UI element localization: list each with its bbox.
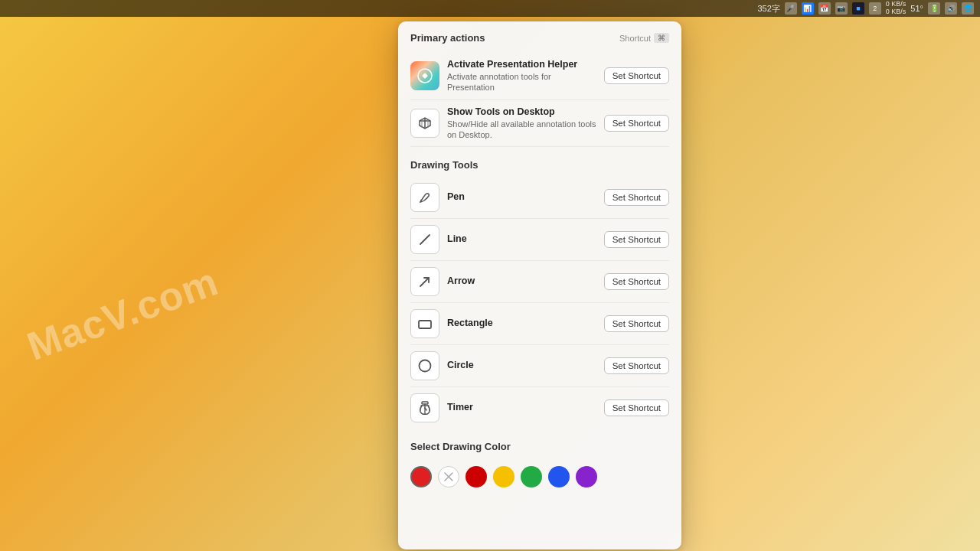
color-red[interactable] xyxy=(410,466,432,487)
primary-section-header: Primary actions Shortcut ⌘ xyxy=(410,32,669,44)
menubar-icon-battery[interactable]: 🔋 xyxy=(928,2,940,15)
color-section-header: Select Drawing Color xyxy=(410,441,669,452)
menubar-text: 352字 xyxy=(757,3,779,15)
set-shortcut-presentation-btn[interactable]: Set Shortcut xyxy=(604,67,669,84)
menubar-temp: 51° xyxy=(910,4,923,13)
show-tools-info: Show Tools on Desktop Show/Hide all avai… xyxy=(447,106,596,141)
action-row-arrow: Arrow Set Shortcut xyxy=(410,261,669,303)
arrow-name: Arrow xyxy=(447,276,596,286)
arrow-info: Arrow xyxy=(447,276,596,288)
menubar-icon-wifi[interactable]: 2 xyxy=(869,2,881,15)
line-name: Line xyxy=(447,233,596,244)
color-blue[interactable] xyxy=(548,466,570,487)
menubar-icon-bar[interactable]: 📊 xyxy=(802,2,814,15)
shortcut-badge: ⌘ xyxy=(654,33,669,43)
action-row-pen: Pen Set Shortcut xyxy=(410,177,669,219)
svg-line-5 xyxy=(420,278,429,286)
timer-info: Timer xyxy=(447,402,596,414)
set-shortcut-line-btn[interactable]: Set Shortcut xyxy=(604,231,669,248)
timer-name: Timer xyxy=(447,402,596,412)
shortcuts-panel: Primary actions Shortcut ⌘ Activate Pres… xyxy=(398,21,681,549)
drawing-tools-section: Drawing Tools Pen Set Shortcut xyxy=(410,159,669,429)
menubar-icon-mic[interactable]: 🎤 xyxy=(785,2,797,15)
menubar-icon-sound[interactable]: 🔊 xyxy=(945,2,957,15)
svg-line-4 xyxy=(420,235,430,244)
rectangle-info: Rectangle xyxy=(447,318,596,330)
svg-point-7 xyxy=(420,360,431,372)
presentation-helper-desc: Activate annotation tools for Presentati… xyxy=(447,71,596,93)
menubar-icon-calendar[interactable]: 📅 xyxy=(818,2,831,15)
action-row-show-tools: Show Tools on Desktop Show/Hide all avai… xyxy=(410,100,669,148)
color-yellow[interactable] xyxy=(493,466,514,487)
show-tools-icon xyxy=(410,109,439,138)
action-row-presentation: Activate Presentation Helper Activate an… xyxy=(410,53,669,100)
drawing-section-title: Drawing Tools xyxy=(410,159,479,171)
watermark: MacV.com xyxy=(21,258,224,369)
action-row-line: Line Set Shortcut xyxy=(410,219,669,261)
set-shortcut-show-tools-btn[interactable]: Set Shortcut xyxy=(604,115,669,132)
action-row-rectangle: Rectangle Set Shortcut xyxy=(410,303,669,345)
menubar-icon-globe[interactable]: 🌐 xyxy=(962,2,974,15)
primary-section-title: Primary actions xyxy=(410,32,485,44)
pen-name: Pen xyxy=(447,191,596,202)
drawing-section-header: Drawing Tools xyxy=(410,159,669,171)
color-green[interactable] xyxy=(521,466,542,487)
menubar-icon-camera[interactable]: 📷 xyxy=(835,2,848,15)
rectangle-name: Rectangle xyxy=(447,318,596,328)
pen-info: Pen xyxy=(447,191,596,204)
line-info: Line xyxy=(447,233,596,246)
shortcut-column-label: Shortcut ⌘ xyxy=(619,33,669,43)
circle-info: Circle xyxy=(447,360,596,372)
set-shortcut-timer-btn[interactable]: Set Shortcut xyxy=(604,399,669,416)
set-shortcut-pen-btn[interactable]: Set Shortcut xyxy=(604,189,669,206)
menubar-network: 0 KB/s0 KB/s xyxy=(886,1,906,16)
circle-name: Circle xyxy=(447,360,596,370)
presentation-helper-name: Activate Presentation Helper xyxy=(447,59,596,70)
color-purple[interactable] xyxy=(576,466,597,487)
color-section: Select Drawing Color xyxy=(410,441,669,487)
svg-point-1 xyxy=(423,74,427,78)
line-icon xyxy=(410,225,439,254)
show-tools-desc: Show/Hide all available annotation tools… xyxy=(447,119,596,141)
pen-icon xyxy=(410,183,439,212)
rectangle-icon xyxy=(410,309,439,338)
show-tools-name: Show Tools on Desktop xyxy=(447,106,596,117)
menubar: 352字 🎤 📊 📅 📷 ■ 2 0 KB/s0 KB/s 51° 🔋 🔊 🌐 xyxy=(0,0,980,17)
color-eraser[interactable] xyxy=(438,466,459,487)
menubar-icon-activity[interactable]: ■ xyxy=(852,2,864,15)
color-section-title: Select Drawing Color xyxy=(410,441,511,452)
timer-icon xyxy=(410,393,439,422)
set-shortcut-arrow-btn[interactable]: Set Shortcut xyxy=(604,273,669,290)
svg-rect-6 xyxy=(419,321,431,328)
color-row xyxy=(410,461,669,487)
circle-icon xyxy=(410,351,439,380)
action-row-circle: Circle Set Shortcut xyxy=(410,345,669,387)
arrow-icon xyxy=(410,267,439,296)
set-shortcut-circle-btn[interactable]: Set Shortcut xyxy=(604,357,669,374)
presentation-helper-icon xyxy=(410,61,439,90)
presentation-helper-info: Activate Presentation Helper Activate an… xyxy=(447,59,596,93)
action-row-timer: Timer Set Shortcut xyxy=(410,387,669,429)
set-shortcut-rectangle-btn[interactable]: Set Shortcut xyxy=(604,315,669,332)
color-dark-red[interactable] xyxy=(466,466,487,487)
